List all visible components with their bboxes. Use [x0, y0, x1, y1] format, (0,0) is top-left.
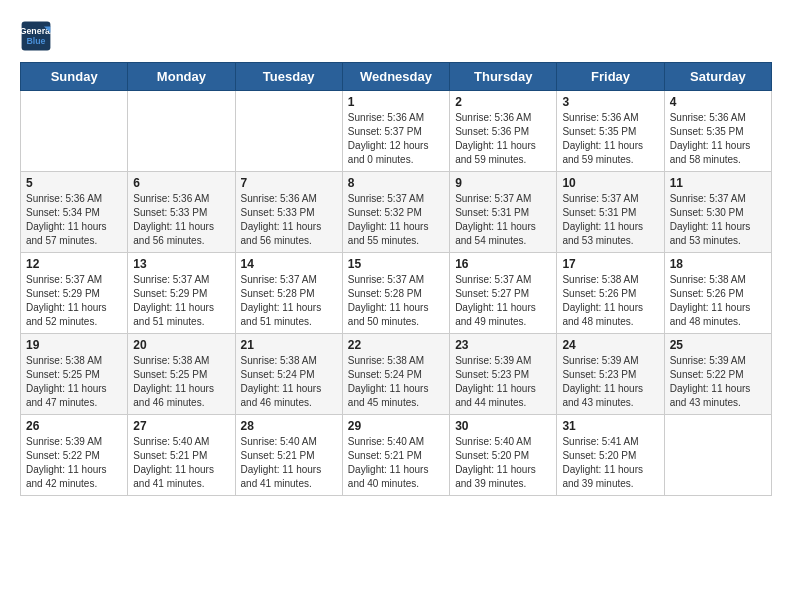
day-header-sunday: Sunday — [21, 63, 128, 91]
day-header-wednesday: Wednesday — [342, 63, 449, 91]
day-number: 26 — [26, 419, 122, 433]
day-number: 7 — [241, 176, 337, 190]
calendar-cell: 3Sunrise: 5:36 AM Sunset: 5:35 PM Daylig… — [557, 91, 664, 172]
day-info: Sunrise: 5:40 AM Sunset: 5:20 PM Dayligh… — [455, 435, 551, 491]
day-number: 11 — [670, 176, 766, 190]
day-info: Sunrise: 5:38 AM Sunset: 5:26 PM Dayligh… — [562, 273, 658, 329]
calendar-cell — [21, 91, 128, 172]
day-info: Sunrise: 5:39 AM Sunset: 5:23 PM Dayligh… — [562, 354, 658, 410]
calendar-cell: 5Sunrise: 5:36 AM Sunset: 5:34 PM Daylig… — [21, 172, 128, 253]
day-info: Sunrise: 5:39 AM Sunset: 5:23 PM Dayligh… — [455, 354, 551, 410]
calendar-cell: 15Sunrise: 5:37 AM Sunset: 5:28 PM Dayli… — [342, 253, 449, 334]
day-info: Sunrise: 5:36 AM Sunset: 5:35 PM Dayligh… — [670, 111, 766, 167]
calendar-week-row: 5Sunrise: 5:36 AM Sunset: 5:34 PM Daylig… — [21, 172, 772, 253]
calendar-cell: 22Sunrise: 5:38 AM Sunset: 5:24 PM Dayli… — [342, 334, 449, 415]
day-number: 5 — [26, 176, 122, 190]
calendar-cell: 23Sunrise: 5:39 AM Sunset: 5:23 PM Dayli… — [450, 334, 557, 415]
calendar-week-row: 26Sunrise: 5:39 AM Sunset: 5:22 PM Dayli… — [21, 415, 772, 496]
day-number: 18 — [670, 257, 766, 271]
day-number: 14 — [241, 257, 337, 271]
day-number: 4 — [670, 95, 766, 109]
calendar-cell: 18Sunrise: 5:38 AM Sunset: 5:26 PM Dayli… — [664, 253, 771, 334]
day-number: 25 — [670, 338, 766, 352]
calendar-cell — [128, 91, 235, 172]
day-number: 28 — [241, 419, 337, 433]
day-info: Sunrise: 5:40 AM Sunset: 5:21 PM Dayligh… — [348, 435, 444, 491]
day-info: Sunrise: 5:40 AM Sunset: 5:21 PM Dayligh… — [241, 435, 337, 491]
svg-text:Blue: Blue — [26, 36, 45, 46]
calendar-cell: 27Sunrise: 5:40 AM Sunset: 5:21 PM Dayli… — [128, 415, 235, 496]
day-info: Sunrise: 5:39 AM Sunset: 5:22 PM Dayligh… — [26, 435, 122, 491]
calendar-cell: 25Sunrise: 5:39 AM Sunset: 5:22 PM Dayli… — [664, 334, 771, 415]
day-header-friday: Friday — [557, 63, 664, 91]
calendar-cell: 6Sunrise: 5:36 AM Sunset: 5:33 PM Daylig… — [128, 172, 235, 253]
calendar-cell: 11Sunrise: 5:37 AM Sunset: 5:30 PM Dayli… — [664, 172, 771, 253]
calendar-header-row: SundayMondayTuesdayWednesdayThursdayFrid… — [21, 63, 772, 91]
calendar-cell: 12Sunrise: 5:37 AM Sunset: 5:29 PM Dayli… — [21, 253, 128, 334]
day-number: 8 — [348, 176, 444, 190]
day-info: Sunrise: 5:38 AM Sunset: 5:25 PM Dayligh… — [26, 354, 122, 410]
day-number: 30 — [455, 419, 551, 433]
day-info: Sunrise: 5:40 AM Sunset: 5:21 PM Dayligh… — [133, 435, 229, 491]
day-number: 16 — [455, 257, 551, 271]
day-number: 10 — [562, 176, 658, 190]
day-number: 17 — [562, 257, 658, 271]
day-info: Sunrise: 5:37 AM Sunset: 5:29 PM Dayligh… — [133, 273, 229, 329]
day-number: 29 — [348, 419, 444, 433]
day-number: 12 — [26, 257, 122, 271]
day-header-saturday: Saturday — [664, 63, 771, 91]
day-number: 1 — [348, 95, 444, 109]
calendar-cell: 16Sunrise: 5:37 AM Sunset: 5:27 PM Dayli… — [450, 253, 557, 334]
day-number: 15 — [348, 257, 444, 271]
day-number: 24 — [562, 338, 658, 352]
day-header-monday: Monday — [128, 63, 235, 91]
page-header: General Blue — [20, 20, 772, 52]
day-info: Sunrise: 5:37 AM Sunset: 5:32 PM Dayligh… — [348, 192, 444, 248]
day-number: 20 — [133, 338, 229, 352]
day-info: Sunrise: 5:41 AM Sunset: 5:20 PM Dayligh… — [562, 435, 658, 491]
day-info: Sunrise: 5:36 AM Sunset: 5:36 PM Dayligh… — [455, 111, 551, 167]
calendar-cell: 10Sunrise: 5:37 AM Sunset: 5:31 PM Dayli… — [557, 172, 664, 253]
calendar-cell: 31Sunrise: 5:41 AM Sunset: 5:20 PM Dayli… — [557, 415, 664, 496]
day-info: Sunrise: 5:36 AM Sunset: 5:34 PM Dayligh… — [26, 192, 122, 248]
day-info: Sunrise: 5:36 AM Sunset: 5:37 PM Dayligh… — [348, 111, 444, 167]
day-info: Sunrise: 5:37 AM Sunset: 5:31 PM Dayligh… — [562, 192, 658, 248]
day-number: 27 — [133, 419, 229, 433]
day-number: 31 — [562, 419, 658, 433]
logo: General Blue — [20, 20, 52, 52]
calendar-cell: 17Sunrise: 5:38 AM Sunset: 5:26 PM Dayli… — [557, 253, 664, 334]
day-info: Sunrise: 5:38 AM Sunset: 5:24 PM Dayligh… — [241, 354, 337, 410]
day-number: 19 — [26, 338, 122, 352]
day-header-tuesday: Tuesday — [235, 63, 342, 91]
calendar-cell: 30Sunrise: 5:40 AM Sunset: 5:20 PM Dayli… — [450, 415, 557, 496]
calendar-week-row: 12Sunrise: 5:37 AM Sunset: 5:29 PM Dayli… — [21, 253, 772, 334]
calendar-table: SundayMondayTuesdayWednesdayThursdayFrid… — [20, 62, 772, 496]
calendar-cell: 29Sunrise: 5:40 AM Sunset: 5:21 PM Dayli… — [342, 415, 449, 496]
day-info: Sunrise: 5:39 AM Sunset: 5:22 PM Dayligh… — [670, 354, 766, 410]
logo-icon: General Blue — [20, 20, 52, 52]
day-info: Sunrise: 5:38 AM Sunset: 5:26 PM Dayligh… — [670, 273, 766, 329]
day-info: Sunrise: 5:38 AM Sunset: 5:24 PM Dayligh… — [348, 354, 444, 410]
day-info: Sunrise: 5:37 AM Sunset: 5:28 PM Dayligh… — [241, 273, 337, 329]
calendar-cell: 20Sunrise: 5:38 AM Sunset: 5:25 PM Dayli… — [128, 334, 235, 415]
day-number: 13 — [133, 257, 229, 271]
day-info: Sunrise: 5:36 AM Sunset: 5:33 PM Dayligh… — [241, 192, 337, 248]
calendar-cell: 19Sunrise: 5:38 AM Sunset: 5:25 PM Dayli… — [21, 334, 128, 415]
day-header-thursday: Thursday — [450, 63, 557, 91]
day-number: 3 — [562, 95, 658, 109]
day-info: Sunrise: 5:37 AM Sunset: 5:31 PM Dayligh… — [455, 192, 551, 248]
calendar-cell: 1Sunrise: 5:36 AM Sunset: 5:37 PM Daylig… — [342, 91, 449, 172]
calendar-cell: 21Sunrise: 5:38 AM Sunset: 5:24 PM Dayli… — [235, 334, 342, 415]
day-number: 9 — [455, 176, 551, 190]
calendar-cell: 7Sunrise: 5:36 AM Sunset: 5:33 PM Daylig… — [235, 172, 342, 253]
day-info: Sunrise: 5:37 AM Sunset: 5:30 PM Dayligh… — [670, 192, 766, 248]
day-info: Sunrise: 5:37 AM Sunset: 5:29 PM Dayligh… — [26, 273, 122, 329]
calendar-cell: 28Sunrise: 5:40 AM Sunset: 5:21 PM Dayli… — [235, 415, 342, 496]
calendar-cell: 4Sunrise: 5:36 AM Sunset: 5:35 PM Daylig… — [664, 91, 771, 172]
day-info: Sunrise: 5:38 AM Sunset: 5:25 PM Dayligh… — [133, 354, 229, 410]
calendar-cell — [664, 415, 771, 496]
day-info: Sunrise: 5:37 AM Sunset: 5:27 PM Dayligh… — [455, 273, 551, 329]
day-number: 23 — [455, 338, 551, 352]
day-info: Sunrise: 5:36 AM Sunset: 5:35 PM Dayligh… — [562, 111, 658, 167]
day-number: 2 — [455, 95, 551, 109]
